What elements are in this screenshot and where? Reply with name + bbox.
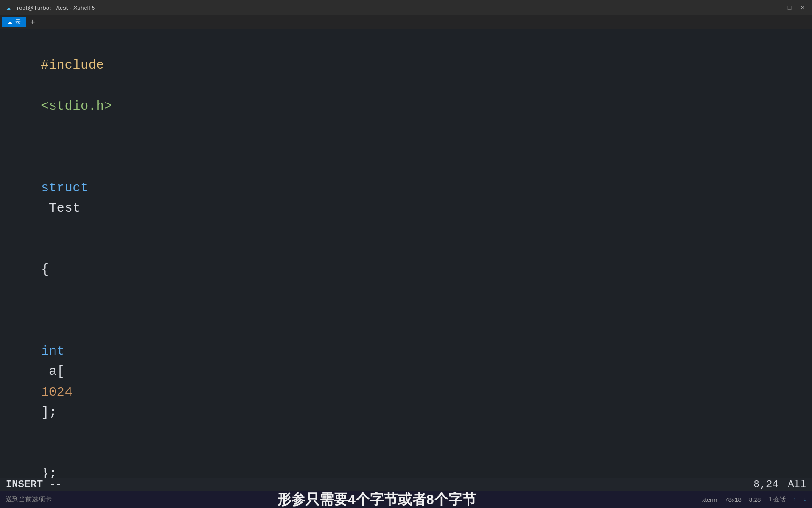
minimize-button[interactable]: — [771, 3, 782, 12]
titlebar: ☁ root@Turbo: ~/test - Xshell 5 — □ ✕ [0, 0, 812, 15]
code-line-2 [9, 137, 803, 157]
tabbar: ☁ 云 + [0, 15, 812, 29]
code-line-3: struct Test [9, 157, 803, 239]
bottom-left-label: 送到当前选项卡 [6, 495, 52, 504]
tab-session-1[interactable]: ☁ 云 [2, 17, 26, 27]
add-tab-button[interactable]: + [27, 18, 38, 26]
number-1024: 1024 [41, 385, 72, 399]
bottombar: 送到当前选项卡 形参只需要4个字节或者8个字节 xterm 78x18 8,28… [0, 491, 812, 508]
subtitle-text: 形参只需要4个字节或者8个字节 [52, 490, 702, 508]
code-line-4: { [9, 239, 803, 300]
tab-label: 云 [15, 18, 21, 26]
terminal-info: xterm 78x18 8,28 1 会话 ↑ ↓ [702, 495, 806, 504]
arrow-down-icon[interactable]: ↓ [804, 496, 806, 503]
session-count: 1 会话 [768, 495, 786, 504]
arrow-up-icon[interactable]: ↑ [793, 496, 796, 503]
terminal-type: xterm [702, 496, 718, 503]
cloud-icon: ☁ [4, 3, 13, 12]
window-title: root@Turbo: ~/test - Xshell 5 [17, 4, 767, 11]
preprocessor-keyword: #include [41, 58, 104, 72]
terminal-cursor: 8,28 [749, 496, 761, 503]
keyword-int-1: int [41, 344, 64, 358]
bracket-semi: ]; [41, 405, 57, 420]
brace-close-semi: }; [41, 466, 57, 478]
window-controls: — □ ✕ [771, 3, 808, 12]
brace-open: { [41, 262, 49, 277]
terminal-size: 78x18 [725, 496, 741, 503]
code-line-5: int a[ 1024 ]; [9, 300, 803, 443]
close-button[interactable]: ✕ [797, 3, 808, 12]
code-line-6: }; [9, 443, 803, 478]
var-a: a[ [41, 364, 64, 379]
code-line-1: #include <stdio.h> [9, 35, 803, 137]
code-space [41, 79, 49, 93]
scroll-position: All [788, 479, 806, 491]
maximize-button[interactable]: □ [784, 3, 795, 12]
cursor-position: 8,24 [754, 479, 779, 491]
code-editor[interactable]: #include <stdio.h> struct Test { int a[ … [0, 29, 812, 478]
indent [41, 323, 72, 338]
vim-mode: INSERT -- [6, 479, 62, 491]
struct-name: Test [41, 201, 80, 215]
vim-statusbar: INSERT -- 8,24 All [0, 478, 812, 491]
include-path: <stdio.h> [41, 99, 112, 113]
tab-cloud-icon: ☁ [8, 19, 12, 24]
keyword-struct: struct [41, 181, 88, 195]
